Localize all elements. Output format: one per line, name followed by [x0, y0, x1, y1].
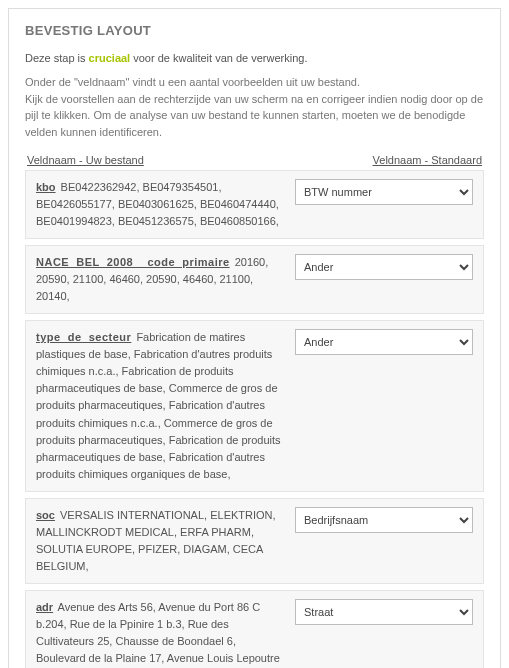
mapping-cell: Ander: [295, 329, 473, 482]
instructions: Onder de "veldnaam" vindt u een aantal v…: [25, 74, 484, 140]
intro-pre: Deze stap is: [25, 52, 89, 64]
field-mapping-row: kbo BE0422362942, BE0479354501, BE042605…: [25, 170, 484, 239]
field-example-values: BE0422362942, BE0479354501, BE0426055177…: [36, 181, 279, 227]
rows-container: kbo BE0422362942, BE0479354501, BE042605…: [25, 170, 484, 668]
intro-crucial: cruciaal: [89, 52, 131, 64]
field-name: soc: [36, 509, 55, 521]
mapping-cell: Ander: [295, 254, 473, 305]
header-right: Veldnaam - Standaard: [373, 154, 482, 166]
field-example-values: Avenue des Arts 56, Avenue du Port 86 C …: [36, 601, 280, 668]
field-mapping-row: type de secteur Fabrication de matires p…: [25, 320, 484, 491]
mapping-select[interactable]: Bedrijfsnaam: [295, 507, 473, 533]
intro-post: voor de kwaliteit van de verwerking.: [130, 52, 307, 64]
field-name: NACE BEL 2008 code primaire: [36, 256, 230, 268]
mapping-select[interactable]: Ander: [295, 254, 473, 280]
instr-line2: Kijk de voorstellen aan de rechterzijde …: [25, 93, 483, 138]
field-mapping-row: adr Avenue des Arts 56, Avenue du Port 8…: [25, 590, 484, 668]
mapping-cell: Straat: [295, 599, 473, 668]
mapping-cell: Bedrijfsnaam: [295, 507, 473, 575]
mapping-select[interactable]: Ander: [295, 329, 473, 355]
field-example-values: Fabrication de matires plastiques de bas…: [36, 331, 281, 479]
mapping-select[interactable]: BTW nummer: [295, 179, 473, 205]
instr-line1: Onder de "veldnaam" vindt u een aantal v…: [25, 76, 360, 88]
field-name: type de secteur: [36, 331, 131, 343]
field-examples: NACE BEL 2008 code primaire 20160, 20590…: [36, 254, 281, 305]
column-headers: Veldnaam - Uw bestand Veldnaam - Standaa…: [25, 154, 484, 166]
field-name: kbo: [36, 181, 56, 193]
mapping-cell: BTW nummer: [295, 179, 473, 230]
field-examples: type de secteur Fabrication de matires p…: [36, 329, 281, 482]
header-left: Veldnaam - Uw bestand: [27, 154, 144, 166]
field-example-values: VERSALIS INTERNATIONAL, ELEKTRION, MALLI…: [36, 509, 276, 572]
confirm-layout-panel: BEVESTIG LAYOUT Deze stap is cruciaal vo…: [8, 8, 501, 668]
page-title: BEVESTIG LAYOUT: [25, 23, 484, 38]
mapping-select[interactable]: Straat: [295, 599, 473, 625]
field-mapping-row: soc VERSALIS INTERNATIONAL, ELEKTRION, M…: [25, 498, 484, 584]
field-examples: adr Avenue des Arts 56, Avenue du Port 8…: [36, 599, 281, 668]
field-examples: kbo BE0422362942, BE0479354501, BE042605…: [36, 179, 281, 230]
field-examples: soc VERSALIS INTERNATIONAL, ELEKTRION, M…: [36, 507, 281, 575]
field-name: adr: [36, 601, 53, 613]
intro-text: Deze stap is cruciaal voor de kwaliteit …: [25, 52, 484, 64]
field-mapping-row: NACE BEL 2008 code primaire 20160, 20590…: [25, 245, 484, 314]
